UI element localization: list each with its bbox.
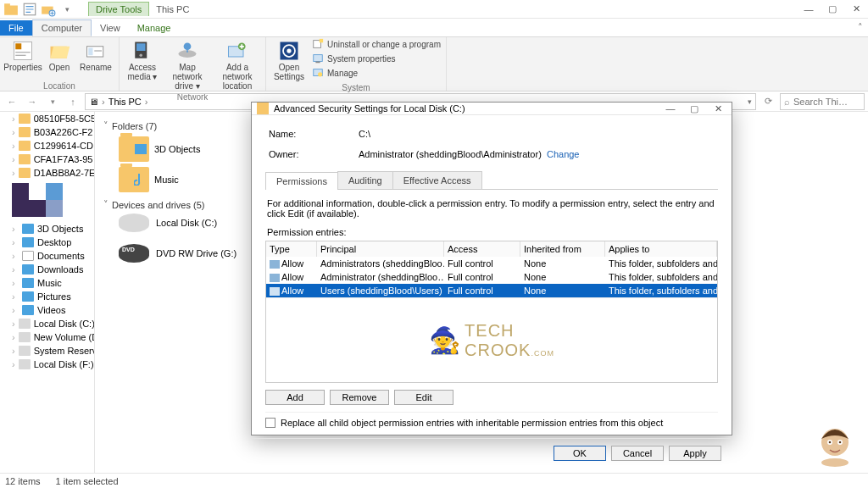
dialog-minimize-button[interactable]: — xyxy=(662,103,679,114)
chevron-right-icon: › xyxy=(12,237,19,247)
tab-permissions[interactable]: Permissions xyxy=(265,172,338,190)
name-value: C:\ xyxy=(359,129,370,139)
documents-icon xyxy=(22,251,34,261)
desktop-icon xyxy=(22,237,34,247)
folder-icon xyxy=(19,154,31,164)
col-type[interactable]: Type xyxy=(266,241,317,257)
sidebar-item[interactable]: ›Documents xyxy=(0,249,94,263)
dialog-maximize-button[interactable]: ▢ xyxy=(686,103,703,114)
chevron-right-icon: › xyxy=(12,291,19,302)
entries-label: Permission entries: xyxy=(265,224,718,241)
dialog-tabbar: Permissions Auditing Effective Access xyxy=(265,171,718,190)
up-button[interactable]: ↑ xyxy=(64,93,81,110)
sidebar-item[interactable]: ›Music xyxy=(0,276,94,290)
recent-locations-dropdown[interactable]: ▾ xyxy=(44,93,61,110)
tab-auditing[interactable]: Auditing xyxy=(337,171,393,189)
access-media-button[interactable]: Access media ▾ xyxy=(123,37,162,92)
chevron-right-icon: › xyxy=(12,168,15,178)
svg-rect-23 xyxy=(314,55,323,62)
sidebar-item[interactable]: ›CFA1F7A3-95📌 xyxy=(0,152,94,166)
apply-button[interactable]: Apply xyxy=(669,446,721,461)
uninstall-program-button[interactable]: Uninstall or change a program xyxy=(310,37,442,51)
address-dropdown-icon[interactable]: ▾ xyxy=(748,97,752,106)
manage-button[interactable]: Manage xyxy=(310,66,442,80)
qat-dropdown-icon[interactable]: ▾ xyxy=(59,2,75,17)
replace-inheritance-checkbox[interactable]: Replace all child object permission entr… xyxy=(265,412,718,433)
forward-button[interactable]: → xyxy=(24,93,41,110)
sidebar-item[interactable]: ›Local Disk (F:) xyxy=(0,358,94,371)
chevron-right-icon[interactable]: › xyxy=(145,97,148,107)
tab-file[interactable]: File xyxy=(0,20,32,36)
sidebar-item[interactable]: ›Videos xyxy=(0,303,94,317)
tab-manage[interactable]: Manage xyxy=(129,20,180,36)
col-applies[interactable]: Applies to xyxy=(605,241,717,257)
table-header[interactable]: Type Principal Access Inherited from App… xyxy=(266,241,717,257)
sidebar-item[interactable]: ›C1299614-CD📌 xyxy=(0,139,94,152)
drive-icon xyxy=(19,319,31,329)
qat-new-folder-icon[interactable] xyxy=(41,2,56,17)
navigation-pane[interactable]: ›08510F58-5C5📌›B03A226C-F2📌›C1299614-CD📌… xyxy=(0,112,95,488)
pc-icon: 🖥 xyxy=(89,97,98,107)
dvd-drive-icon: DVD xyxy=(119,244,149,263)
add-button[interactable]: Add xyxy=(265,390,325,405)
col-inherited[interactable]: Inherited from xyxy=(520,241,605,257)
sidebar-item[interactable]: ›Desktop xyxy=(0,236,94,249)
search-box[interactable]: ⌕ xyxy=(780,93,865,110)
svg-point-28 xyxy=(821,458,849,467)
system-properties-button[interactable]: System properties xyxy=(310,52,442,65)
folder-item[interactable]: 3D Objects xyxy=(119,136,200,162)
breadcrumb-segment[interactable]: This PC xyxy=(108,97,142,107)
qat-properties-icon[interactable] xyxy=(22,2,37,17)
add-network-location-button[interactable]: Add a network location xyxy=(213,37,262,92)
checkbox-icon[interactable] xyxy=(265,418,275,428)
window-title: This PC xyxy=(149,3,196,16)
table-row[interactable]: AllowAdministrator (sheddingBloo…Full co… xyxy=(266,270,717,284)
rename-button[interactable]: Rename xyxy=(76,37,115,74)
cancel-button[interactable]: Cancel xyxy=(611,446,664,461)
dialog-titlebar[interactable]: Advanced Security Settings for Local Dis… xyxy=(252,103,732,115)
properties-button[interactable]: Properties xyxy=(3,37,42,74)
sidebar-item[interactable]: ›New Volume (D:) xyxy=(0,330,94,344)
folder-item[interactable]: Music xyxy=(119,167,179,192)
search-input[interactable] xyxy=(793,97,860,107)
folder-icon xyxy=(19,127,31,137)
drive-icon xyxy=(19,359,31,369)
sidebar-item[interactable]: ›08510F58-5C5📌 xyxy=(0,112,94,125)
svg-marker-8 xyxy=(51,47,70,58)
sidebar-item[interactable]: ›System Reserved xyxy=(0,344,94,358)
chevron-right-icon[interactable]: › xyxy=(102,97,105,107)
open-button[interactable]: Open xyxy=(44,37,75,74)
tab-view[interactable]: View xyxy=(92,20,129,36)
edit-button[interactable]: Edit xyxy=(394,390,453,405)
refresh-button[interactable]: ⟳ xyxy=(760,96,776,107)
maximize-button[interactable]: ▢ xyxy=(821,0,844,19)
open-settings-button[interactable]: Open Settings xyxy=(270,37,309,83)
col-access[interactable]: Access xyxy=(444,241,520,257)
remove-button[interactable]: Remove xyxy=(330,390,389,405)
sidebar-item[interactable]: ›D1ABB8A2-7E📌 xyxy=(0,166,94,180)
col-principal[interactable]: Principal xyxy=(317,241,444,257)
sidebar-item[interactable]: ›Downloads xyxy=(0,263,94,276)
close-button[interactable]: ✕ xyxy=(844,0,868,19)
change-owner-link[interactable]: Change xyxy=(547,149,580,159)
table-row[interactable]: AllowAdministrators (sheddingBloo…Full c… xyxy=(266,257,717,270)
disk-icon xyxy=(119,214,149,232)
sidebar-item[interactable]: ›Local Disk (C:) xyxy=(0,317,94,330)
minimize-button[interactable]: — xyxy=(797,0,821,19)
ribbon-collapse-icon[interactable]: ˄ xyxy=(853,22,868,33)
avatar-cartoon xyxy=(814,420,856,468)
sidebar-item[interactable]: ›3D Objects xyxy=(0,222,94,236)
group-location: Properties Open Rename Location xyxy=(0,37,120,91)
tab-effective-access[interactable]: Effective Access xyxy=(392,171,482,189)
group-system: Open Settings Uninstall or change a prog… xyxy=(266,37,447,91)
status-selected: 1 item selected xyxy=(56,476,119,486)
table-row[interactable]: AllowUsers (sheddingBlood\Users)Full con… xyxy=(266,284,717,297)
folder-icon xyxy=(119,136,149,162)
tab-computer[interactable]: Computer xyxy=(32,19,92,36)
dialog-close-button[interactable]: ✕ xyxy=(709,103,726,114)
map-drive-button[interactable]: Map network drive ▾ xyxy=(164,37,211,92)
back-button[interactable]: ← xyxy=(3,93,20,110)
sidebar-item[interactable]: ›B03A226C-F2📌 xyxy=(0,125,94,139)
ok-button[interactable]: OK xyxy=(554,446,606,461)
sidebar-item[interactable]: ›Pictures xyxy=(0,290,94,303)
